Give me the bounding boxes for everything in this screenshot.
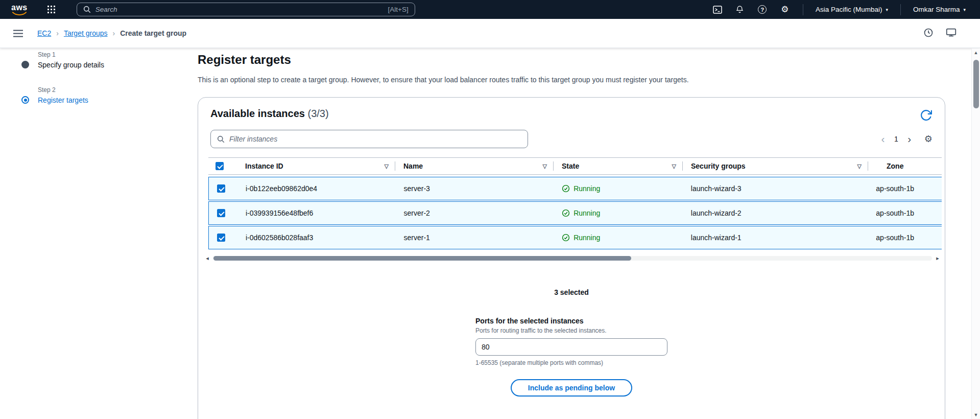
search-icon: [217, 135, 225, 143]
cell-zone: ap-south-1b: [868, 226, 942, 249]
cell-zone: ap-south-1b: [868, 177, 942, 200]
cell-zone: ap-south-1b: [868, 202, 942, 224]
vertical-scroll-thumb[interactable]: [973, 60, 979, 108]
vertical-scroll-track[interactable]: [972, 57, 980, 411]
breadcrumb-actions: [923, 27, 957, 39]
search-shortcut-hint: [Alt+S]: [388, 6, 409, 13]
table-row[interactable]: i-0b122eeb09862d0e4 server-3 Running lau…: [208, 177, 942, 200]
cell-name: server-2: [396, 202, 554, 224]
step-active-bullet-icon: [21, 96, 29, 104]
settings-gear-icon[interactable]: ⚙: [775, 2, 795, 17]
scroll-right-icon[interactable]: ▸: [935, 255, 941, 261]
select-all-checkbox[interactable]: [216, 162, 224, 170]
horizontal-scrollbar: ◂ ▸: [204, 254, 941, 262]
table-row[interactable]: i-039939156e48fbef6 server-2 Running lau…: [208, 201, 942, 225]
cell-instance-id: i-0b122eeb09862d0e4: [237, 177, 396, 200]
column-header-security-groups[interactable]: Security groups ▽: [683, 158, 868, 174]
cloudshell-icon[interactable]: [708, 2, 727, 17]
panel-header: Available instances (3/3): [198, 98, 945, 122]
sort-icon[interactable]: ▽: [543, 164, 547, 169]
horizontal-scroll-track[interactable]: [213, 256, 932, 261]
breadcrumb-ec2[interactable]: EC2: [37, 29, 51, 37]
row-checkbox[interactable]: [217, 184, 225, 193]
filter-instances-box[interactable]: [210, 130, 528, 148]
global-search-bar[interactable]: Search [Alt+S]: [77, 3, 415, 16]
select-all-cell: [208, 158, 237, 174]
status-ok-icon: [562, 184, 570, 193]
cell-security-groups: launch-wizard-1: [683, 226, 868, 249]
aws-top-navigation: aws Search [Alt+S]: [0, 0, 980, 19]
step-completed-bullet-icon: [21, 61, 29, 68]
step-2-register-targets[interactable]: Step 2 Register targets: [21, 86, 164, 104]
ports-section: Ports for the selected instances Ports f…: [475, 317, 667, 366]
selected-count: 3 selected: [198, 288, 945, 296]
cell-instance-id: i-039939156e48fbef6: [237, 202, 396, 224]
instances-table: Instance ID ▽ Name ▽ State ▽ Security gr…: [208, 157, 942, 250]
aws-smile-icon: [12, 12, 27, 16]
cell-name: server-1: [396, 226, 554, 249]
notifications-bell-icon[interactable]: [730, 2, 750, 17]
wizard-steps: Step 1 Specify group details Step 2 Regi…: [21, 51, 164, 122]
include-as-pending-button[interactable]: Include as pending below: [511, 379, 632, 397]
cell-name: server-3: [396, 177, 554, 200]
breadcrumb-target-groups[interactable]: Target groups: [64, 29, 108, 37]
status-badge: Running: [562, 234, 600, 242]
column-header-zone[interactable]: Zone: [868, 158, 942, 174]
page-description: This is an optional step to create a tar…: [198, 76, 689, 84]
horizontal-scroll-thumb[interactable]: [213, 256, 631, 261]
search-icon: [83, 6, 91, 13]
ports-label: Ports for the selected instances: [475, 317, 667, 325]
chevron-down-icon: ▾: [963, 8, 966, 12]
ports-description: Ports for routing traffic to the selecte…: [475, 327, 667, 334]
hamburger-menu-icon[interactable]: [13, 30, 23, 37]
services-grid-icon[interactable]: [42, 2, 61, 17]
breadcrumb-separator-icon: ›: [113, 29, 115, 37]
aws-logo[interactable]: aws: [11, 4, 28, 16]
topbar-separator: [900, 4, 901, 15]
status-ok-icon: [562, 209, 570, 217]
page-title: Register targets: [198, 53, 291, 67]
table-header-row: Instance ID ▽ Name ▽ State ▽ Security gr…: [208, 157, 942, 175]
vertical-scrollbar: ▲ ▼: [971, 49, 980, 419]
scroll-up-icon[interactable]: ▲: [974, 49, 978, 57]
step-1-specify-group-details[interactable]: Step 1 Specify group details: [21, 51, 164, 69]
account-menu[interactable]: Omkar Sharma ▾: [909, 2, 970, 17]
cell-security-groups: launch-wizard-3: [683, 177, 868, 200]
aws-logo-text: aws: [11, 4, 28, 12]
ports-input[interactable]: [475, 338, 667, 356]
column-header-state[interactable]: State ▽: [554, 158, 683, 174]
instance-count: (3/3): [307, 108, 328, 119]
split-panel-icon[interactable]: [946, 27, 957, 39]
sort-icon[interactable]: ▽: [385, 164, 389, 169]
topbar-utilities: ? ⚙ Asia Pacific (Mumbai) ▾ Omkar Sharma…: [708, 2, 970, 17]
history-icon[interactable]: [923, 28, 934, 39]
account-label: Omkar Sharma: [913, 6, 960, 13]
region-selector[interactable]: Asia Pacific (Mumbai) ▾: [811, 2, 892, 17]
table-toolbar: ‹ 1 › ⚙: [198, 122, 945, 148]
row-checkbox[interactable]: [217, 209, 225, 217]
refresh-icon[interactable]: [920, 109, 933, 122]
help-icon[interactable]: ?: [753, 2, 772, 17]
previous-page-icon[interactable]: ‹: [877, 133, 889, 145]
breadcrumb: EC2 › Target groups › Create target grou…: [37, 29, 186, 37]
sort-icon[interactable]: ▽: [857, 164, 862, 169]
panel-title: Available instances (3/3): [210, 108, 329, 120]
topbar-separator: [803, 4, 803, 15]
scroll-down-icon[interactable]: ▼: [974, 411, 978, 419]
chevron-down-icon: ▾: [886, 8, 888, 12]
breadcrumb-current: Create target group: [120, 29, 186, 37]
sort-icon[interactable]: ▽: [672, 164, 676, 169]
column-header-name[interactable]: Name ▽: [395, 158, 554, 174]
breadcrumb-bar: EC2 › Target groups › Create target grou…: [0, 19, 980, 48]
row-checkbox[interactable]: [217, 234, 225, 242]
scroll-left-icon[interactable]: ◂: [204, 255, 210, 261]
column-header-instance-id[interactable]: Instance ID ▽: [237, 158, 395, 174]
cell-security-groups: launch-wizard-2: [683, 202, 868, 224]
table-preferences-gear-icon[interactable]: ⚙: [924, 134, 933, 144]
page-number[interactable]: 1: [892, 135, 901, 143]
next-page-icon[interactable]: ›: [904, 133, 915, 145]
filter-instances-input[interactable]: [229, 135, 521, 143]
available-instances-panel: Available instances (3/3) ‹ 1 › ⚙: [198, 97, 945, 419]
table-row[interactable]: i-0d602586b028faaf3 server-1 Running lau…: [208, 226, 942, 249]
table-body: i-0b122eeb09862d0e4 server-3 Running lau…: [208, 177, 942, 249]
